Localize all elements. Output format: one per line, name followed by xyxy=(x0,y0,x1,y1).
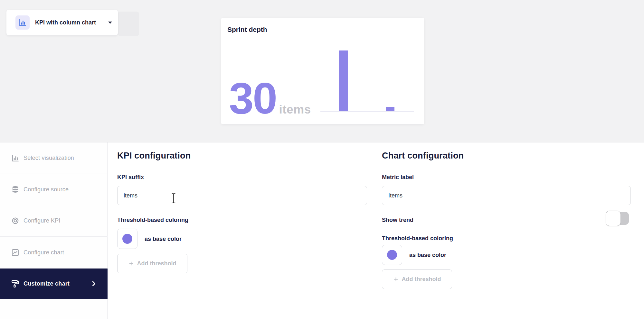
plus-icon xyxy=(393,277,399,282)
sidebar-item-customize-chart[interactable]: Customize chart xyxy=(0,269,108,299)
chart-bar xyxy=(339,50,348,111)
kpi-configuration-section: KPI configuration KPI suffix Threshold-b… xyxy=(117,142,367,319)
visualization-type-label: KPI with column chart xyxy=(35,19,96,26)
target-icon xyxy=(11,217,19,225)
sidebar-item-configure-source[interactable]: Configure source xyxy=(0,174,108,205)
widget-preview-card: Sprint depth 30 items xyxy=(221,18,424,124)
visualization-type-dropdown[interactable]: KPI with column chart xyxy=(6,10,118,35)
sidebar-item-configure-chart[interactable]: Configure chart xyxy=(0,237,108,269)
kpi-suffix: items xyxy=(279,103,311,116)
sidebar-item-label: Configure chart xyxy=(24,249,64,256)
kpi-value: 30 xyxy=(229,81,277,115)
kpi-configuration-heading: KPI configuration xyxy=(117,151,191,161)
steps-sidebar: Select visualization Configure source Co… xyxy=(0,142,108,319)
sidebar-item-label: Configure KPI xyxy=(24,217,61,224)
kpi-readout: 30 items xyxy=(229,81,311,116)
show-trend-toggle[interactable] xyxy=(606,211,629,226)
chart-base-color-text: as base color xyxy=(409,252,446,259)
show-trend-label: Show trend xyxy=(382,217,413,223)
chevron-right-icon xyxy=(90,280,97,287)
preview-area-background: KPI with column chart Sprint depth 30 it… xyxy=(0,0,644,142)
sidebar-item-label: Configure source xyxy=(24,186,69,193)
metric-label-input[interactable] xyxy=(382,186,631,205)
chart-bar xyxy=(386,107,394,111)
chart-threshold-coloring-label: Threshold-based coloring xyxy=(382,235,453,242)
background-panel-edge xyxy=(118,12,139,36)
kpi-suffix-label: KPI suffix xyxy=(117,174,144,181)
kpi-base-color-text: as base color xyxy=(145,236,182,242)
plus-icon xyxy=(128,261,134,266)
chart-baseline xyxy=(320,111,414,112)
database-icon xyxy=(11,185,19,194)
toggle-knob xyxy=(606,211,621,226)
chart-base-color-swatch[interactable] xyxy=(382,245,402,265)
kpi-suffix-input[interactable] xyxy=(117,186,367,205)
sidebar-item-configure-kpi[interactable]: Configure KPI xyxy=(0,205,108,237)
kpi-threshold-coloring-label: Threshold-based coloring xyxy=(117,217,188,223)
column-chart-icon xyxy=(11,154,19,162)
chart-configuration-heading: Chart configuration xyxy=(382,151,464,161)
widget-title: Sprint depth xyxy=(227,26,267,33)
paint-roller-icon xyxy=(11,279,19,288)
kpi-add-threshold-button[interactable]: Add threshold xyxy=(117,254,187,273)
sidebar-item-select-visualization[interactable]: Select visualization xyxy=(0,142,108,174)
column-chart xyxy=(320,49,414,112)
add-threshold-label: Add threshold xyxy=(137,260,176,267)
sidebar-item-label: Select visualization xyxy=(24,155,74,161)
chart-configuration-section: Chart configuration Metric label Show tr… xyxy=(382,142,631,319)
color-dot xyxy=(122,234,132,244)
column-chart-icon xyxy=(15,15,30,30)
chevron-down-icon xyxy=(108,22,112,24)
line-chart-icon xyxy=(11,248,19,257)
color-dot xyxy=(387,250,397,260)
sidebar-item-label: Customize chart xyxy=(24,280,70,287)
add-threshold-label: Add threshold xyxy=(402,276,441,283)
metric-label-label: Metric label xyxy=(382,174,414,181)
configuration-panel: Select visualization Configure source Co… xyxy=(0,142,644,319)
chart-add-threshold-button[interactable]: Add threshold xyxy=(382,269,452,289)
kpi-base-color-swatch[interactable] xyxy=(117,229,137,249)
